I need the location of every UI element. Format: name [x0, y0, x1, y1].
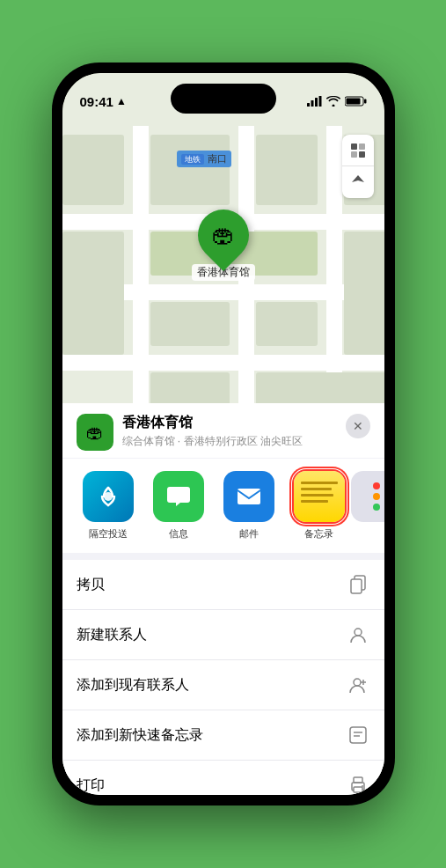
- dot-orange: [373, 493, 380, 500]
- messages-label: 信息: [169, 527, 188, 541]
- notes-label: 备忘录: [304, 527, 333, 541]
- mail-svg: [235, 482, 263, 511]
- svg-rect-6: [346, 99, 360, 105]
- svg-rect-7: [351, 143, 357, 150]
- location-arrow-icon: [350, 174, 366, 190]
- venue-text: 香港体育馆 综合体育馆 · 香港特别行政区 油尖旺区: [122, 414, 303, 449]
- venue-icon: 🏟: [77, 414, 113, 451]
- action-list: 拷贝 新建联系人: [62, 560, 384, 795]
- svg-rect-8: [359, 143, 365, 150]
- venue-info: 🏟 香港体育馆 综合体育馆 · 香港特别行政区 油尖旺区: [77, 414, 303, 451]
- map-block: [62, 135, 124, 205]
- svg-rect-5: [364, 99, 367, 104]
- action-copy-label: 拷贝: [77, 576, 105, 594]
- signal-icon: [307, 96, 322, 107]
- wifi-icon: [326, 96, 340, 107]
- marker-pin: 🏟: [186, 199, 259, 271]
- copy-icon: [346, 572, 370, 597]
- share-item-mail[interactable]: 邮件: [214, 471, 284, 541]
- battery-icon: [345, 96, 367, 107]
- dynamic-island: [171, 84, 276, 114]
- add-note-icon: [346, 723, 370, 747]
- action-new-contact[interactable]: 新建联系人: [62, 610, 384, 660]
- share-item-messages[interactable]: 信息: [143, 471, 214, 541]
- mail-label: 邮件: [239, 527, 259, 541]
- map-controls: [342, 135, 374, 198]
- mail-icon: [223, 471, 274, 522]
- status-icons: [307, 96, 367, 107]
- notes-lines: [294, 471, 345, 503]
- dot-green: [373, 504, 380, 511]
- action-add-note[interactable]: 添加到新快速备忘录: [62, 710, 384, 761]
- map-station-label: 地铁 南口: [177, 151, 232, 167]
- svg-rect-2: [315, 98, 318, 107]
- dot-red: [373, 482, 380, 489]
- action-add-existing[interactable]: 添加到现有联系人: [62, 660, 384, 710]
- notes-line2: [301, 488, 333, 490]
- map-block: [344, 232, 384, 355]
- messages-svg: [165, 482, 193, 511]
- print-icon: [346, 773, 370, 795]
- svg-rect-0: [307, 103, 310, 107]
- more-icon: [351, 471, 384, 522]
- status-time: 09:41: [80, 94, 113, 109]
- action-copy[interactable]: 拷贝: [62, 560, 384, 610]
- map-type-button[interactable]: [342, 135, 374, 166]
- share-item-more[interactable]: [355, 471, 384, 541]
- new-contact-icon: [346, 622, 370, 647]
- close-button[interactable]: ✕: [346, 414, 370, 438]
- map-block: [62, 232, 124, 355]
- svg-point-16: [354, 679, 361, 686]
- action-add-existing-label: 添加到现有联系人: [77, 676, 189, 695]
- action-print-label: 打印: [77, 776, 105, 795]
- action-print[interactable]: 打印: [62, 761, 384, 795]
- svg-rect-9: [351, 151, 357, 158]
- action-new-contact-label: 新建联系人: [77, 626, 147, 644]
- svg-rect-1: [311, 100, 313, 107]
- notes-line1: [301, 482, 338, 484]
- venue-name: 香港体育馆: [122, 414, 303, 432]
- svg-rect-14: [351, 579, 362, 593]
- svg-rect-19: [350, 727, 366, 743]
- svg-rect-24: [354, 787, 362, 792]
- notes-line3: [301, 494, 334, 497]
- map-area: 地铁 南口: [62, 73, 384, 460]
- airdrop-svg: [95, 483, 121, 510]
- share-row: 隔空投送 信息: [62, 459, 384, 553]
- stadium-marker: 🏟 香港体育馆: [192, 210, 255, 281]
- add-existing-icon: [346, 673, 370, 697]
- bottom-sheet: 🏟 香港体育馆 综合体育馆 · 香港特别行政区 油尖旺区 ✕: [62, 403, 384, 795]
- notes-line4: [301, 500, 329, 503]
- share-item-notes[interactable]: 备忘录: [284, 471, 355, 541]
- notes-icon: [294, 471, 345, 522]
- svg-rect-10: [359, 151, 365, 158]
- map-background: 地铁 南口: [62, 73, 384, 460]
- stadium-icon: 🏟: [212, 222, 235, 249]
- map-block: [150, 135, 230, 205]
- map-block: [256, 135, 318, 205]
- share-item-airdrop[interactable]: 隔空投送: [73, 471, 143, 541]
- svg-point-25: [362, 785, 363, 787]
- svg-rect-3: [318, 96, 321, 107]
- airdrop-label: 隔空投送: [89, 527, 128, 541]
- location-button[interactable]: [342, 166, 374, 198]
- action-add-note-label: 添加到新快速备忘录: [77, 726, 203, 745]
- svg-point-15: [355, 629, 362, 636]
- phone-screen: 09:41 ▲: [62, 73, 384, 795]
- messages-icon: [153, 471, 204, 522]
- airdrop-icon: [83, 471, 134, 522]
- phone-frame: 09:41 ▲: [52, 63, 395, 805]
- map-block: [256, 302, 318, 346]
- svg-rect-23: [354, 777, 362, 783]
- venue-subtitle: 综合体育馆 · 香港特别行政区 油尖旺区: [122, 434, 303, 449]
- location-icon: ▲: [116, 95, 127, 107]
- svg-rect-12: [238, 489, 260, 504]
- map-block: [150, 302, 230, 346]
- map-icon: [350, 143, 366, 158]
- colored-dots: [373, 482, 380, 511]
- venue-header: 🏟 香港体育馆 综合体育馆 · 香港特别行政区 油尖旺区 ✕: [62, 403, 384, 458]
